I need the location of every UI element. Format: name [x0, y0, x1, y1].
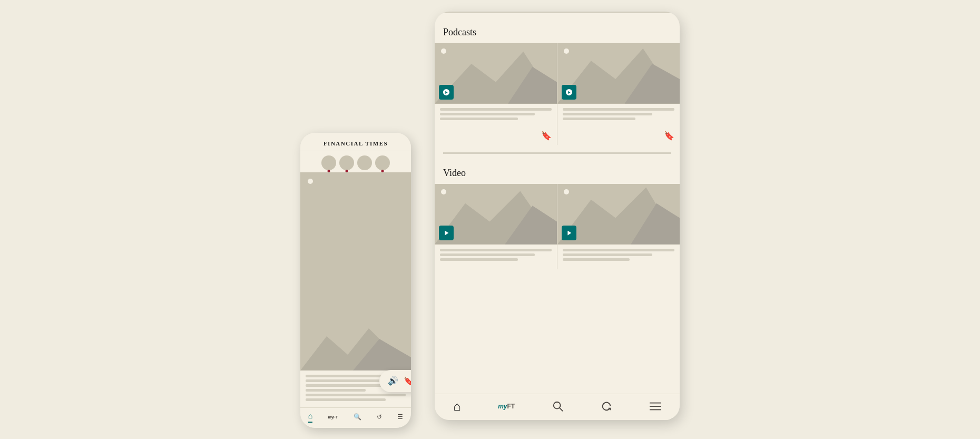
text-line: [440, 253, 535, 256]
phone-navbar: ⌂ myFT 🔍 ↺ ☰: [300, 407, 411, 428]
refresh-icon[interactable]: ↺: [377, 413, 382, 421]
audio-icon[interactable]: 🔊: [388, 376, 398, 386]
video-card-body: [435, 245, 557, 269]
text-line: [563, 258, 630, 261]
tablet-nav-menu[interactable]: [650, 402, 661, 411]
video-card: [557, 184, 680, 269]
svg-marker-8: [445, 230, 448, 235]
search-icon[interactable]: 🔍: [354, 413, 361, 421]
podcast-card-body: [557, 104, 680, 129]
tablet-nav-search[interactable]: [552, 401, 564, 412]
video-badge: [562, 226, 576, 240]
video-card: [435, 184, 557, 269]
text-line: [440, 108, 552, 111]
text-line: [440, 258, 518, 261]
avatar: [321, 155, 336, 170]
tablet-device: Podcasts: [435, 12, 680, 420]
menu-icon[interactable]: [650, 402, 661, 411]
svg-point-12: [553, 402, 560, 409]
phone-action-bubble[interactable]: 🔊 🔖: [379, 370, 411, 392]
text-line: [306, 389, 366, 392]
video-badge: [439, 226, 454, 240]
avatar: [339, 155, 354, 170]
phone-main-content: [300, 172, 411, 370]
home-icon[interactable]: ⌂: [308, 412, 312, 421]
text-line: [306, 394, 406, 396]
section-divider: [443, 12, 671, 13]
tablet-nav-refresh[interactable]: [601, 401, 612, 412]
video-grid: [435, 184, 680, 269]
tablet-scroll-area: Podcasts: [435, 12, 680, 394]
scene: FINANCIAL TIMES: [300, 12, 680, 428]
audio-badge: [562, 85, 576, 100]
phone-hero-image: [300, 172, 411, 370]
nav-home[interactable]: ⌂: [308, 412, 312, 423]
text-line: [563, 113, 652, 115]
podcast-card-image: [557, 43, 680, 104]
nav-search[interactable]: 🔍: [354, 413, 361, 421]
text-line: [440, 113, 535, 115]
text-line: [563, 118, 635, 120]
text-line: [306, 379, 386, 382]
tablet-nav-myft[interactable]: myFT: [498, 403, 515, 410]
text-line: [563, 249, 674, 251]
phone-avatar-row: [300, 151, 411, 172]
video-card-image: [557, 184, 680, 245]
podcasts-grid: 🔖: [435, 43, 680, 145]
bookmark-icon[interactable]: 🔖: [404, 376, 411, 386]
image-dot: [308, 179, 313, 184]
podcast-card: 🔖: [435, 43, 557, 145]
tablet-nav-home[interactable]: ⌂: [453, 399, 460, 414]
svg-line-13: [559, 408, 562, 411]
avatar: [357, 155, 372, 170]
phone-app-title: FINANCIAL TIMES: [307, 140, 405, 147]
podcast-card-footer: 🔖: [435, 129, 557, 145]
phone-header: FINANCIAL TIMES: [300, 133, 411, 151]
podcast-card: 🔖: [557, 43, 680, 145]
nav-refresh[interactable]: ↺: [377, 413, 382, 421]
text-line: [440, 118, 518, 120]
tablet-navbar: ⌂ myFT: [435, 394, 680, 420]
podcast-card-footer: 🔖: [557, 129, 680, 145]
text-line: [306, 398, 386, 401]
podcast-card-image: [435, 43, 557, 104]
home-icon[interactable]: ⌂: [453, 399, 460, 414]
text-line: [440, 249, 552, 251]
myft-label[interactable]: myFT: [498, 403, 515, 410]
myft-label[interactable]: myFT: [328, 415, 338, 419]
bookmark-icon[interactable]: 🔖: [541, 131, 552, 141]
video-card-body: [557, 245, 680, 269]
podcast-card-body: [435, 104, 557, 129]
nav-myft[interactable]: myFT: [328, 415, 338, 419]
section-divider: [443, 152, 671, 154]
video-section-title: Video: [435, 160, 680, 184]
podcasts-section-title: Podcasts: [435, 19, 680, 43]
svg-marker-11: [567, 230, 571, 235]
text-line: [563, 253, 652, 256]
phone-device: FINANCIAL TIMES: [300, 133, 411, 428]
search-icon[interactable]: [552, 401, 564, 412]
video-card-image: [435, 184, 557, 245]
menu-icon[interactable]: ☰: [397, 413, 403, 421]
audio-badge: [439, 85, 454, 100]
text-line: [563, 108, 674, 111]
avatar: [375, 155, 390, 170]
refresh-icon[interactable]: [601, 401, 612, 412]
bookmark-icon[interactable]: 🔖: [664, 131, 674, 141]
nav-menu[interactable]: ☰: [397, 413, 403, 421]
